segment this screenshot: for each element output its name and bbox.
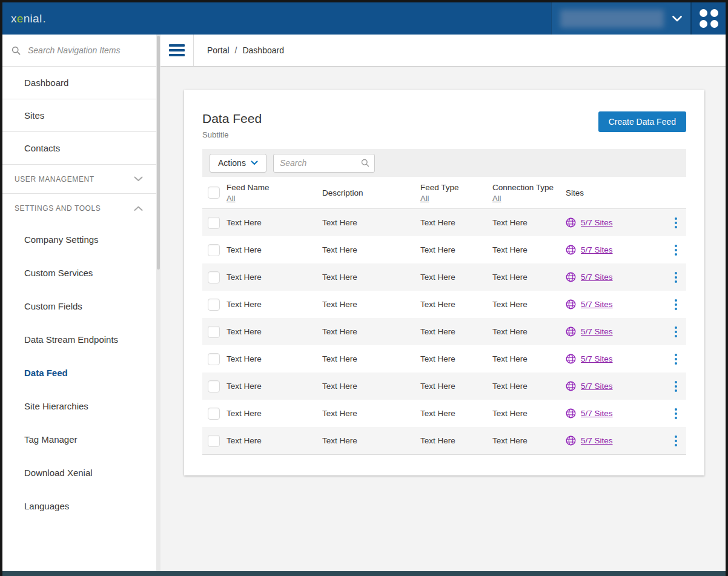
sidebar-subnav-item-label: Data Stream Endpoints (24, 334, 118, 345)
sidebar-scrollbar-thumb[interactable] (157, 36, 160, 270)
globe-icon (566, 217, 576, 228)
sites-link[interactable]: 5/7 Sites (581, 327, 613, 336)
table-row: Text Here Text Here Text Here Text Here … (202, 345, 686, 372)
select-all-checkbox[interactable] (208, 187, 220, 199)
sidebar-subnav-item[interactable]: Custom Fields (2, 290, 156, 323)
row-menu-kebab-icon[interactable] (666, 245, 686, 256)
connection-type-filter-all[interactable]: All (492, 194, 501, 203)
row-checkbox[interactable] (208, 244, 220, 256)
cell-feed-name: Text Here (227, 354, 322, 363)
page-content: Data Feed Subtitle Create Data Feed Acti… (160, 67, 726, 571)
apps-launcher-button[interactable] (692, 2, 726, 35)
sidebar-nav-item-label: Sites (24, 110, 44, 121)
logo-prefix: x (11, 12, 17, 25)
actions-dropdown-label: Actions (218, 158, 246, 168)
sidebar-subnav-item[interactable]: Site Hierarchies (2, 389, 156, 423)
page-subtitle: Subtitle (202, 130, 262, 139)
sidebar-subnav-item[interactable]: Data Feed (2, 356, 156, 389)
cell-sites: 5/7 Sites (566, 381, 666, 391)
sidebar-subnav-item[interactable]: Company Settings (2, 223, 156, 256)
column-header-description: Description (322, 188, 420, 197)
row-menu-kebab-icon[interactable] (666, 299, 686, 310)
cell-feed-name: Text Here (227, 327, 322, 336)
sidebar-search-input[interactable] (27, 45, 147, 56)
cell-feed-type: Text Here (420, 436, 492, 445)
cell-description: Text Here (322, 354, 420, 363)
sidebar-subnav-item[interactable]: Data Stream Endpoints (2, 323, 156, 356)
row-checkbox[interactable] (208, 299, 220, 311)
sidebar: Dashboard Sites Contacts USER MANAGEMENT… (2, 35, 160, 571)
row-checkbox[interactable] (208, 353, 220, 365)
row-checkbox[interactable] (208, 408, 220, 420)
row-checkbox[interactable] (208, 217, 220, 229)
feed-name-filter-all[interactable]: All (227, 194, 235, 203)
row-checkbox[interactable] (208, 380, 220, 392)
sidebar-subnav-item[interactable]: Languages (2, 489, 156, 523)
sites-link[interactable]: 5/7 Sites (581, 354, 613, 363)
table-row: Text Here Text Here Text Here Text Here … (202, 236, 686, 263)
feed-type-filter-all[interactable]: All (420, 194, 429, 203)
row-menu-kebab-icon[interactable] (666, 272, 686, 283)
cell-connection-type: Text Here (492, 273, 566, 282)
sites-link[interactable]: 5/7 Sites (581, 300, 613, 309)
cell-feed-type: Text Here (420, 354, 492, 363)
breadcrumb-portal[interactable]: Portal (207, 45, 230, 55)
row-checkbox[interactable] (208, 435, 220, 447)
cell-feed-name: Text Here (227, 300, 322, 309)
sidebar-nav-item-label: Contacts (24, 143, 60, 153)
hamburger-icon (169, 44, 185, 56)
sidebar-section-settings-and-tools[interactable]: SETTINGS AND TOOLS (2, 194, 156, 223)
table-search-input[interactable] (273, 154, 375, 173)
sidebar-subnav-item[interactable]: Custom Services (2, 256, 156, 290)
sites-link[interactable]: 5/7 Sites (581, 218, 613, 227)
cell-feed-type: Text Here (420, 245, 492, 254)
sidebar-scrollbar[interactable] (156, 35, 160, 571)
cell-feed-type: Text Here (420, 327, 492, 336)
table-row: Text Here Text Here Text Here Text Here … (202, 263, 686, 291)
sidebar-section-user-management[interactable]: USER MANAGEMENT (2, 165, 156, 194)
cell-sites: 5/7 Sites (566, 299, 666, 310)
row-menu-kebab-icon[interactable] (666, 435, 686, 446)
sidebar-nav-item[interactable]: Dashboard (2, 67, 156, 99)
cell-feed-type: Text Here (420, 273, 492, 282)
cell-description: Text Here (322, 300, 420, 309)
cell-description: Text Here (322, 436, 420, 445)
sites-link[interactable]: 5/7 Sites (581, 382, 613, 391)
sites-link[interactable]: 5/7 Sites (581, 409, 613, 418)
sidebar-search (2, 35, 156, 67)
sites-link[interactable]: 5/7 Sites (581, 273, 613, 282)
user-menu[interactable] (551, 2, 690, 35)
sidebar-nav-item[interactable]: Contacts (2, 132, 156, 165)
apps-grid-icon (700, 9, 718, 28)
cell-connection-type: Text Here (492, 327, 566, 336)
row-menu-kebab-icon[interactable] (666, 217, 686, 228)
row-menu-kebab-icon[interactable] (666, 408, 686, 419)
row-checkbox[interactable] (208, 326, 220, 338)
cell-feed-name: Text Here (227, 218, 322, 227)
top-header-bar: xenial. (2, 2, 726, 35)
sidebar-subnav-item-label: Custom Services (24, 268, 93, 278)
sites-link[interactable]: 5/7 Sites (581, 245, 613, 254)
actions-dropdown[interactable]: Actions (210, 154, 266, 173)
row-menu-kebab-icon[interactable] (666, 354, 686, 365)
sidebar-subnav-item[interactable]: Download Xenial (2, 456, 156, 489)
sidebar-toggle-button[interactable] (160, 35, 194, 66)
sidebar-subnav-item[interactable]: Tag Manager (2, 423, 156, 456)
row-checkbox[interactable] (208, 271, 220, 283)
cell-sites: 5/7 Sites (566, 408, 666, 419)
cell-feed-name: Text Here (227, 273, 322, 282)
cell-connection-type: Text Here (492, 382, 566, 391)
sidebar-subnav-item-label: Download Xenial (24, 468, 93, 478)
chevron-up-icon (134, 206, 143, 211)
globe-icon (566, 272, 576, 282)
sites-link[interactable]: 5/7 Sites (581, 436, 613, 445)
sidebar-nav-item[interactable]: Sites (2, 99, 156, 132)
table-row: Text Here Text Here Text Here Text Here … (202, 372, 686, 400)
row-menu-kebab-icon[interactable] (666, 326, 686, 337)
row-menu-kebab-icon[interactable] (666, 381, 686, 392)
sidebar-subnav-item-label: Languages (24, 501, 69, 511)
sidebar-subnav-item-label: Data Feed (24, 368, 68, 378)
logo-suffix: nial (24, 12, 42, 25)
create-data-feed-button[interactable]: Create Data Feed (598, 111, 686, 132)
breadcrumb-current: Dashboard (242, 45, 284, 55)
